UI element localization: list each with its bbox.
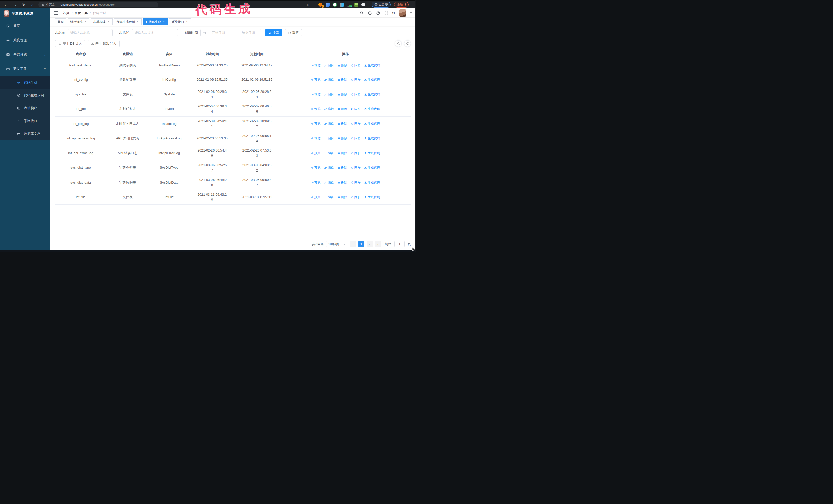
action-delete-link[interactable]: 删除 [337, 180, 347, 185]
action-delete-link[interactable]: 删除 [337, 195, 347, 200]
submenu-item-2[interactable]: 表单构建 [0, 102, 50, 115]
action-preview-link[interactable]: 预览 [311, 151, 320, 155]
action-sync-link[interactable]: 同步 [351, 92, 361, 97]
submenu-item-1[interactable]: 代码生成示例 [0, 89, 50, 102]
submenu-item-0[interactable]: 代码生成 [0, 76, 50, 89]
sidebar-item-2[interactable]: 基础设施⌄ [0, 47, 50, 62]
action-generate-code-link[interactable]: 生成代码 [364, 165, 380, 170]
tab-close-icon[interactable]: × [84, 20, 87, 23]
extension-plant-icon[interactable] [354, 3, 358, 7]
search-button[interactable]: 搜索 [265, 29, 282, 37]
action-sync-link[interactable]: 同步 [351, 106, 361, 112]
tab-2[interactable]: 表单构建× [91, 19, 113, 25]
search-icon[interactable] [360, 11, 364, 15]
action-edit-link[interactable]: 编辑 [324, 195, 334, 200]
action-delete-link[interactable]: 删除 [337, 136, 347, 141]
action-generate-code-link[interactable]: 生成代码 [364, 121, 380, 126]
action-edit-link[interactable]: 编辑 [324, 180, 334, 185]
tab-close-icon[interactable]: × [107, 20, 110, 23]
action-preview-link[interactable]: 预览 [311, 92, 320, 97]
action-generate-code-link[interactable]: 生成代码 [364, 136, 380, 141]
page-number-2[interactable]: 2 [366, 241, 373, 247]
action-delete-link[interactable]: 删除 [337, 106, 347, 112]
action-delete-link[interactable]: 删除 [337, 92, 347, 97]
home-icon[interactable]: ⌂ [30, 3, 34, 7]
action-generate-code-link[interactable]: 生成代码 [364, 180, 380, 185]
sidebar-item-3[interactable]: 研发工具⌃ [0, 62, 50, 76]
action-generate-code-link[interactable]: 生成代码 [364, 151, 380, 155]
table-name-input[interactable] [68, 29, 113, 37]
action-sync-link[interactable]: 同步 [351, 63, 361, 68]
extension-columns-icon[interactable] [340, 3, 344, 7]
action-edit-link[interactable]: 编辑 [324, 92, 334, 97]
reload-icon[interactable]: ↻ [22, 3, 26, 7]
table-desc-input[interactable] [132, 29, 178, 37]
update-button[interactable]: 更新 [394, 2, 408, 8]
tab-0[interactable]: 首页 [55, 19, 66, 25]
action-generate-code-link[interactable]: 生成代码 [364, 195, 380, 200]
next-page-button[interactable]: › [375, 241, 381, 247]
tab-4[interactable]: 代码生成× [143, 19, 168, 25]
address-bar[interactable]: 不安全 dashboard.yudao.iocoder.cn/tool/code… [39, 2, 159, 7]
action-preview-link[interactable]: 预览 [311, 180, 320, 185]
page-number-1[interactable]: 1 [358, 241, 364, 247]
tab-3[interactable]: 代码生成示例× [114, 19, 142, 25]
import-db-button[interactable]: 基于 DB 导入 [55, 40, 85, 47]
action-edit-link[interactable]: 编辑 [324, 136, 334, 141]
action-sync-link[interactable]: 同步 [351, 195, 361, 200]
extension-icon[interactable]: 1 [318, 3, 323, 7]
action-generate-code-link[interactable]: 生成代码 [364, 63, 380, 68]
action-preview-link[interactable]: 预览 [311, 136, 320, 141]
submenu-item-4[interactable]: 数据库文档 [0, 127, 50, 140]
refresh-table-button[interactable] [404, 40, 411, 47]
action-edit-link[interactable]: 编辑 [324, 165, 334, 170]
action-delete-link[interactable]: 删除 [337, 165, 347, 170]
action-generate-code-link[interactable]: 生成代码 [364, 106, 380, 112]
submenu-item-3[interactable]: 系统接口 [0, 115, 50, 127]
action-edit-link[interactable]: 编辑 [324, 151, 334, 155]
import-sql-button[interactable]: 基于 SQL 导入 [88, 40, 120, 47]
prev-page-button[interactable]: ‹ [350, 241, 356, 247]
extension-v-icon[interactable] [333, 3, 337, 7]
action-delete-link[interactable]: 删除 [337, 151, 347, 155]
action-sync-link[interactable]: 同步 [351, 77, 361, 82]
action-generate-code-link[interactable]: 生成代码 [364, 92, 380, 97]
tab-close-icon[interactable]: × [162, 20, 165, 23]
paused-pill[interactable]: 😀 已暂停 [372, 2, 390, 8]
action-preview-link[interactable]: 预览 [311, 77, 320, 82]
hamburger-icon[interactable] [53, 11, 58, 15]
action-sync-link[interactable]: 同步 [351, 165, 361, 170]
date-range-input[interactable]: 开始日期 - 结束日期 [200, 29, 261, 37]
extension-dark-icon[interactable]: on [347, 3, 351, 7]
action-edit-link[interactable]: 编辑 [324, 63, 334, 68]
github-icon[interactable] [368, 11, 372, 15]
sidebar-item-0[interactable]: 首页 [0, 19, 50, 33]
action-sync-link[interactable]: 同步 [351, 180, 361, 185]
action-preview-link[interactable]: 预览 [311, 121, 320, 126]
sidebar-item-1[interactable]: 系统管理⌄ [0, 33, 50, 47]
action-preview-link[interactable]: 预览 [311, 165, 320, 170]
action-preview-link[interactable]: 预览 [311, 195, 320, 200]
goto-page-input[interactable] [395, 241, 405, 247]
avatar[interactable] [399, 9, 406, 17]
action-sync-link[interactable]: 同步 [351, 136, 361, 141]
breadcrumb-item-0[interactable]: 首页 [63, 11, 69, 16]
action-preview-link[interactable]: 预览 [311, 106, 320, 112]
action-edit-link[interactable]: 编辑 [324, 106, 334, 112]
action-delete-link[interactable]: 删除 [337, 121, 347, 126]
action-edit-link[interactable]: 编辑 [324, 77, 334, 82]
reset-button[interactable]: 重置 [285, 29, 302, 37]
back-icon[interactable]: ← [4, 3, 8, 7]
help-icon[interactable] [376, 11, 380, 15]
breadcrumb-item-1[interactable]: 研发工具 [75, 11, 88, 16]
extension-gem-icon[interactable] [326, 3, 330, 7]
action-delete-link[interactable]: 删除 [337, 77, 347, 82]
avatar-caret-icon[interactable] [410, 12, 412, 14]
tab-close-icon[interactable]: × [185, 20, 188, 23]
tab-close-icon[interactable]: × [136, 20, 139, 23]
action-edit-link[interactable]: 编辑 [324, 121, 334, 126]
action-generate-code-link[interactable]: 生成代码 [364, 77, 380, 82]
action-delete-link[interactable]: 删除 [337, 63, 347, 68]
bookmark-star-icon[interactable]: ☆ [307, 3, 310, 6]
toggle-search-button[interactable] [395, 40, 402, 47]
